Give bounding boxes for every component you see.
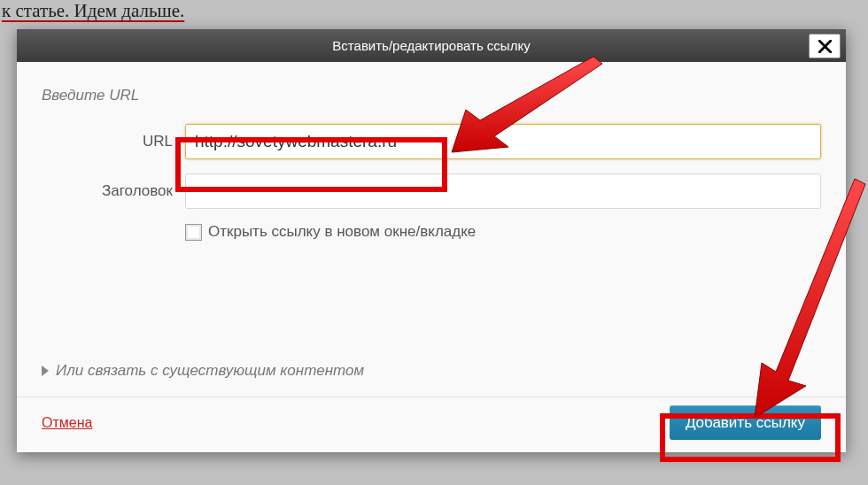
cancel-link[interactable]: Отмена bbox=[42, 415, 92, 431]
url-input[interactable] bbox=[185, 124, 821, 159]
dialog-titlebar: Вставить/редактировать ссылку bbox=[17, 29, 846, 62]
add-link-button[interactable]: Добавить ссылку bbox=[670, 405, 821, 440]
dialog-title: Вставить/редактировать ссылку bbox=[17, 29, 846, 62]
url-row: URL bbox=[42, 124, 821, 159]
title-row: Заголовок bbox=[42, 173, 821, 209]
close-button[interactable] bbox=[809, 34, 841, 58]
url-label: URL bbox=[42, 133, 185, 150]
newtab-checkbox[interactable] bbox=[185, 224, 202, 241]
insert-link-dialog: Вставить/редактировать ссылку Введите UR… bbox=[17, 29, 846, 452]
existing-content-toggle[interactable]: Или связать с существующим контентом bbox=[42, 362, 364, 380]
newtab-row[interactable]: Открыть ссылку в новом окне/вкладке bbox=[185, 223, 821, 241]
triangle-right-icon bbox=[42, 366, 49, 376]
title-label: Заголовок bbox=[42, 182, 185, 200]
existing-content-label: Или связать с существующим контентом bbox=[56, 362, 364, 380]
title-input[interactable] bbox=[185, 173, 821, 209]
newtab-label: Открыть ссылку в новом окне/вкладке bbox=[208, 223, 476, 241]
section-enter-url: Введите URL bbox=[42, 87, 821, 104]
close-icon bbox=[818, 40, 832, 53]
dialog-body: Введите URL URL Заголовок Открыть ссылку… bbox=[17, 62, 846, 241]
background-article-text: к статье. Идем дальше. bbox=[2, 0, 184, 22]
dialog-footer: Отмена Добавить ссылку bbox=[17, 396, 846, 452]
